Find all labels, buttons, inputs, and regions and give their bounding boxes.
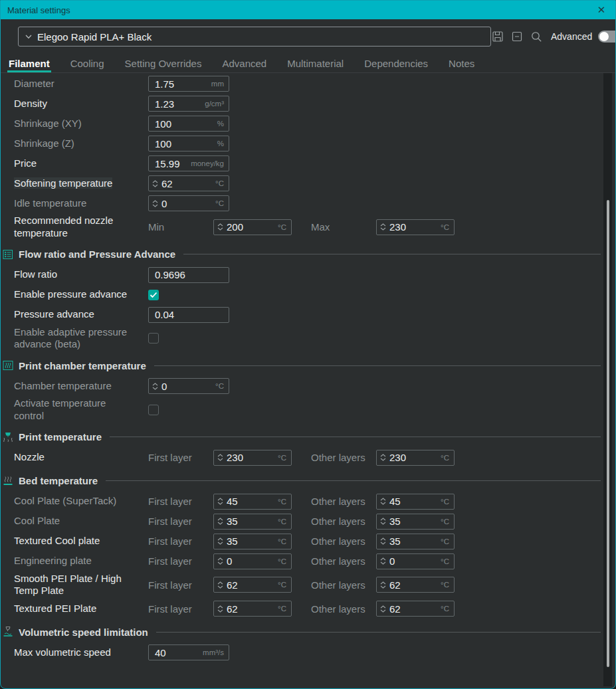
spinner-buttons[interactable] <box>214 454 227 461</box>
spin-up-icon[interactable] <box>217 557 223 561</box>
spin-up-icon[interactable] <box>217 538 223 541</box>
price-input[interactable]: 15.99money/kg <box>148 155 229 171</box>
spin-down-icon[interactable] <box>380 609 386 613</box>
spin-down-icon[interactable] <box>217 522 223 525</box>
spin-down-icon[interactable] <box>380 227 386 231</box>
spin-down-icon[interactable] <box>152 184 158 187</box>
recommended-nozzle-temperature-max-input[interactable]: 230°C <box>376 219 455 235</box>
tab-cooling[interactable]: Cooling <box>69 54 106 72</box>
spinner-buttons[interactable] <box>377 223 389 231</box>
activate-temperature-control-checkbox[interactable] <box>148 405 159 415</box>
softening-temperature-input[interactable]: 62°C <box>148 175 229 191</box>
engineering-plate-other-layers-input[interactable]: 0°C <box>376 553 455 569</box>
spin-down-icon[interactable] <box>217 561 223 565</box>
spinner-buttons[interactable] <box>214 223 227 231</box>
search-icon[interactable] <box>530 30 543 43</box>
spin-down-icon[interactable] <box>217 502 223 505</box>
spin-down-icon[interactable] <box>152 387 158 390</box>
tab-dependencies[interactable]: Dependencies <box>363 54 429 72</box>
spin-down-icon[interactable] <box>217 585 223 589</box>
spin-up-icon[interactable] <box>380 557 386 561</box>
spin-up-icon[interactable] <box>380 223 386 227</box>
spin-up-icon[interactable] <box>217 498 223 501</box>
density-input[interactable]: 1.23g/cm³ <box>148 96 229 112</box>
save-icon[interactable] <box>491 30 504 43</box>
textured-pei-plate-other-layers-input[interactable]: 62°C <box>376 601 455 617</box>
cool-plate-supertack-first-layer-input[interactable]: 45°C <box>213 494 292 510</box>
spinner-buttons[interactable] <box>377 538 389 545</box>
spinner-buttons[interactable] <box>377 518 389 525</box>
flow-ratio-input[interactable]: 0.9696 <box>148 267 229 283</box>
enable-adaptive-pressure-advance-beta-checkbox[interactable] <box>148 333 159 344</box>
spinner-buttons[interactable] <box>377 454 389 461</box>
spin-down-icon[interactable] <box>380 561 386 565</box>
spin-up-icon[interactable] <box>217 454 223 457</box>
spin-up-icon[interactable] <box>152 200 158 203</box>
nozzle-other-layers-input[interactable]: 230°C <box>376 450 455 466</box>
spin-up-icon[interactable] <box>380 538 386 541</box>
engineering-plate-first-layer-input[interactable]: 0°C <box>213 553 292 569</box>
tab-multimaterial[interactable]: Multimaterial <box>286 54 345 72</box>
enable-pressure-advance-checkbox[interactable] <box>148 290 159 300</box>
spinner-buttons[interactable] <box>377 557 389 565</box>
pressure-advance-input[interactable]: 0.04 <box>148 307 229 323</box>
shrinkage-z-input[interactable]: 100% <box>148 136 229 151</box>
spin-up-icon[interactable] <box>380 498 386 501</box>
spin-down-icon[interactable] <box>152 204 158 207</box>
spin-down-icon[interactable] <box>380 585 386 589</box>
tab-notes[interactable]: Notes <box>447 54 476 72</box>
textured-cool-plate-first-layer-input[interactable]: 35°C <box>213 534 292 549</box>
scrollbar-thumb[interactable] <box>607 200 609 667</box>
close-icon[interactable]: ✕ <box>594 4 609 16</box>
spin-up-icon[interactable] <box>152 383 158 386</box>
textured-cool-plate-other-layers-input[interactable]: 35°C <box>376 534 455 549</box>
spin-down-icon[interactable] <box>380 522 386 525</box>
spinner-buttons[interactable] <box>377 581 389 589</box>
spinner-buttons[interactable] <box>214 557 227 565</box>
tab-filament[interactable]: Filament <box>7 54 51 72</box>
smooth-pei-plate-high-temp-plate-other-layers-input[interactable]: 62°C <box>376 577 455 593</box>
spinner-buttons[interactable] <box>214 581 227 589</box>
advanced-toggle[interactable] <box>598 31 616 43</box>
cool-plate-first-layer-input[interactable]: 35°C <box>213 514 292 530</box>
spin-down-icon[interactable] <box>380 541 386 545</box>
spinner-buttons[interactable] <box>149 180 161 187</box>
spinner-buttons[interactable] <box>214 518 227 525</box>
spin-up-icon[interactable] <box>380 454 386 457</box>
spinner-buttons[interactable] <box>149 200 161 207</box>
spin-down-icon[interactable] <box>217 227 223 231</box>
spinner-buttons[interactable] <box>214 498 227 505</box>
spinner-buttons[interactable] <box>149 383 161 390</box>
spinner-buttons[interactable] <box>214 605 227 613</box>
shrinkage-xy-input[interactable]: 100% <box>148 116 229 132</box>
spinner-buttons[interactable] <box>214 538 227 545</box>
spin-up-icon[interactable] <box>380 518 386 521</box>
spin-down-icon[interactable] <box>380 458 386 461</box>
spinner-buttons[interactable] <box>377 605 389 613</box>
nozzle-first-layer-input[interactable]: 230°C <box>213 450 292 466</box>
spin-down-icon[interactable] <box>380 502 386 505</box>
spin-up-icon[interactable] <box>217 518 223 521</box>
textured-pei-plate-first-layer-input[interactable]: 62°C <box>213 601 292 617</box>
tab-setting-overrides[interactable]: Setting Overrides <box>124 54 203 72</box>
idle-temperature-input[interactable]: 0°C <box>148 195 229 211</box>
recommended-nozzle-temperature-min-input[interactable]: 200°C <box>213 219 292 235</box>
delete-preset-icon[interactable] <box>510 30 524 43</box>
spin-down-icon[interactable] <box>217 609 223 613</box>
cool-plate-other-layers-input[interactable]: 35°C <box>376 514 455 530</box>
cool-plate-supertack-other-layers-input[interactable]: 45°C <box>376 494 455 510</box>
spin-up-icon[interactable] <box>217 581 223 585</box>
spin-up-icon[interactable] <box>380 605 386 609</box>
smooth-pei-plate-high-temp-plate-first-layer-input[interactable]: 62°C <box>213 577 292 593</box>
spin-up-icon[interactable] <box>152 180 158 183</box>
spin-up-icon[interactable] <box>217 605 223 609</box>
spin-up-icon[interactable] <box>380 581 386 585</box>
chamber-temperature-input[interactable]: 0°C <box>148 378 229 394</box>
spinner-buttons[interactable] <box>377 498 389 505</box>
spin-down-icon[interactable] <box>217 458 223 461</box>
tab-advanced[interactable]: Advanced <box>221 54 268 72</box>
preset-select[interactable]: Elegoo Rapid PLA+ Black <box>18 27 491 47</box>
spin-up-icon[interactable] <box>217 223 223 227</box>
diameter-input[interactable]: 1.75mm <box>148 76 229 92</box>
max-volumetric-speed-input[interactable]: 40mm³/s <box>148 644 229 660</box>
